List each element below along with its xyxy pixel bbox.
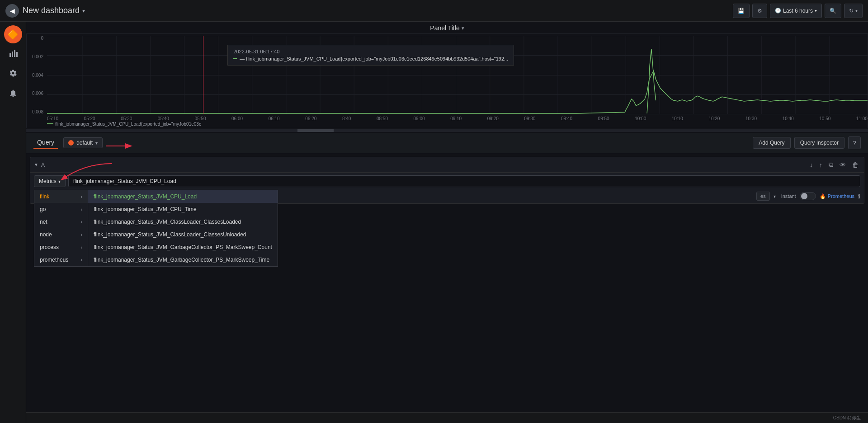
dropdown-right-item-3-label: flink_jobmanager_Status_JVM_ClassLoader_… — [94, 219, 241, 225]
dashboard-caret[interactable]: ▾ — [82, 8, 85, 14]
move-up-button[interactable]: ↑ — [817, 160, 824, 169]
scrollbar-track[interactable] — [26, 129, 868, 132]
time-range-button[interactable]: 🕐 Last 6 hours ▾ — [770, 4, 822, 18]
dropdown-item-go[interactable]: go › — [34, 203, 88, 216]
x-label-6: 06:00 — [231, 116, 243, 121]
dropdown-right-item-4[interactable]: flink_jobmanager_Status_JVM_ClassLoader_… — [88, 228, 278, 241]
y-label-bottom: 0 — [27, 36, 45, 41]
query-inspector-button[interactable]: Query Inspector — [794, 137, 844, 149]
back-button[interactable]: ◀ — [5, 4, 19, 18]
svg-rect-2 — [14, 50, 15, 57]
refresh-icon: ↻ — [849, 8, 854, 14]
dropdown-item-flink-label: flink — [40, 193, 49, 200]
y-label-3: 0.004 — [27, 73, 45, 78]
dropdown-right-item-2[interactable]: flink_jobmanager_Status_JVM_CPU_Time — [88, 203, 278, 216]
search-button[interactable]: 🔍 — [825, 4, 841, 18]
chart-y-axis: 0.008 0.006 0.004 0.002 0 — [27, 34, 47, 114]
x-label-21: 10:40 — [783, 116, 794, 121]
delete-button[interactable]: 🗑 — [850, 160, 860, 169]
panel-title-caret[interactable]: ▾ — [462, 25, 464, 31]
collapse-arrow[interactable]: ▼ — [34, 162, 38, 167]
dropdown-right-item-5-label: flink_jobmanager_Status_JVM_GarbageColle… — [94, 244, 272, 250]
dashboard-title: New dashboard ▾ — [23, 6, 85, 15]
refresh-button[interactable]: ↻ ▾ — [844, 4, 863, 18]
dropdown-item-prometheus-label: prometheus — [40, 257, 68, 263]
chart-tooltip: 2022-05-31 06:17:40 — flink_jobmanager_S… — [227, 45, 514, 66]
x-label-17: 10:00 — [635, 116, 646, 121]
dropdown-right-item-3[interactable]: flink_jobmanager_Status_JVM_ClassLoader_… — [88, 216, 278, 228]
sidebar-icon-bell[interactable] — [4, 85, 22, 103]
save-button[interactable]: 💾 — [733, 4, 750, 18]
dropdown-arrow-net: › — [81, 220, 82, 225]
dropdown-right-item-1[interactable]: flink_jobmanager_Status_JVM_CPU_Load — [88, 190, 278, 203]
svg-rect-0 — [9, 53, 11, 57]
dropdown-item-net[interactable]: net › — [34, 216, 88, 228]
footer-credit: CSDN @弥生 — [833, 415, 861, 421]
sidebar-icon-gear[interactable] — [4, 65, 22, 83]
tooltip-series: — flink_jobmanager_Status_JVM_CPU_Load{e… — [240, 56, 508, 61]
scrollbar-thumb[interactable] — [297, 129, 334, 132]
dropdown-right-item-1-label: flink_jobmanager_Status_JVM_CPU_Load — [94, 193, 197, 200]
dropdown-arrow-prometheus: › — [81, 258, 82, 263]
dropdown-arrow-flink: › — [81, 194, 82, 199]
sidebar-icon-chart[interactable] — [4, 45, 22, 63]
legend-label: flink_jobmanager_Status_JVM_CPU_Load{exp… — [55, 122, 201, 127]
query-row-actions: ↓ ↑ ⧉ 👁 🗑 — [808, 160, 860, 169]
datasource-name: default — [76, 140, 93, 146]
dropdown-item-prometheus[interactable]: prometheus › — [34, 254, 88, 266]
toggle-knob — [801, 193, 807, 199]
metrics-button[interactable]: Metrics ▾ — [34, 175, 66, 187]
top-bar: ◀ New dashboard ▾ 💾 ⚙ 🕐 Last 6 hours ▾ 🔍… — [0, 0, 868, 22]
duplicate-button[interactable]: ⧉ — [827, 160, 835, 169]
dropdown-right-item-6[interactable]: flink_jobmanager_Status_JVM_GarbageColle… — [88, 254, 278, 266]
dropdown-arrow-go: › — [81, 207, 82, 212]
move-down-button[interactable]: ↓ — [808, 160, 815, 169]
dropdown-right-item-2-label: flink_jobmanager_Status_JVM_CPU_Time — [94, 206, 197, 212]
dropdown-right-item-5[interactable]: flink_jobmanager_Status_JVM_GarbageColle… — [88, 241, 278, 254]
hide-button[interactable]: 👁 — [838, 160, 848, 169]
dropdown-item-process[interactable]: process › — [34, 241, 88, 254]
sidebar-icon-database[interactable]: 🔶 — [4, 25, 22, 43]
prometheus-icon: 🔥 — [820, 193, 826, 199]
panel-title: Panel Title — [430, 24, 459, 32]
query-row-label: ▼ A — [34, 162, 45, 168]
x-label-14: 09:30 — [524, 116, 535, 121]
dropdown-item-node[interactable]: node › — [34, 228, 88, 241]
dropdown-item-net-label: net — [40, 219, 47, 225]
query-header: Query default ▾ — [26, 133, 868, 153]
arrow-svg-1 — [104, 139, 140, 153]
metrics-input[interactable] — [68, 175, 860, 187]
y-label-2: 0.006 — [27, 91, 45, 96]
label-tag-es: es — [756, 192, 770, 201]
query-section: Query default ▾ — [26, 133, 868, 204]
x-label-13: 09:20 — [487, 116, 499, 121]
add-query-button[interactable]: Add Query — [753, 137, 790, 149]
search-icon: 🔍 — [830, 8, 836, 14]
x-label-20: 10:30 — [745, 116, 757, 121]
dropdown-arrow-node: › — [81, 232, 82, 237]
prometheus-label: Prometheus — [828, 193, 854, 199]
settings-button[interactable]: ⚙ — [752, 4, 767, 18]
query-row-name: A — [41, 162, 45, 168]
settings-icon: ⚙ — [757, 8, 762, 14]
help-button[interactable]: ? — [848, 136, 861, 149]
svg-rect-3 — [16, 52, 18, 57]
dropdown-right: flink_jobmanager_Status_JVM_CPU_Load fli… — [88, 190, 278, 267]
dashboard-name: New dashboard — [23, 6, 80, 15]
instant-toggle[interactable] — [800, 192, 816, 200]
x-label-11: 09:00 — [414, 116, 425, 121]
x-label-15: 09:40 — [561, 116, 572, 121]
dropdown-right-item-4-label: flink_jobmanager_Status_JVM_ClassLoader_… — [94, 231, 246, 238]
query-tab[interactable]: Query — [33, 137, 58, 149]
prometheus-link[interactable]: 🔥 Prometheus — [820, 193, 854, 199]
chart-icon — [9, 49, 18, 60]
datasource-selector[interactable]: default ▾ — [63, 137, 103, 148]
tooltip-dot — [233, 58, 237, 59]
time-range-label: Last 6 hours — [783, 8, 813, 14]
dropdown-item-flink[interactable]: flink › — [34, 190, 88, 203]
red-cursor-line — [203, 36, 203, 114]
chart-inner: 2022-05-31 06:17:40 — flink_jobmanager_S… — [47, 36, 868, 128]
chart-legend: flink_jobmanager_Status_JVM_CPU_Load{exp… — [47, 120, 201, 128]
info-icon[interactable]: ℹ — [858, 193, 860, 200]
legend-line — [47, 123, 53, 124]
